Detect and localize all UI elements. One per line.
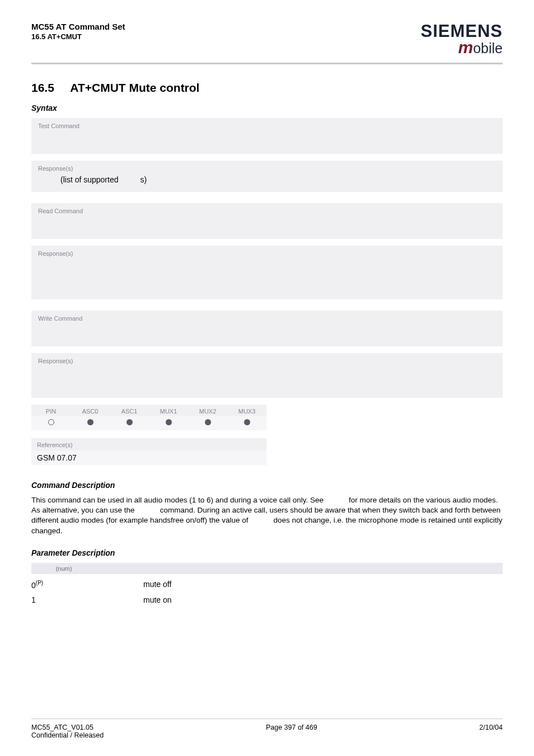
test-response-text1: (list of supported — [60, 175, 120, 184]
pin-val-asc1 — [110, 416, 149, 430]
param-type-box: (num) — [31, 563, 503, 574]
footer-page-number: Page 397 of 469 — [266, 724, 317, 739]
doc-subtitle: 16.5 AT+CMUT — [31, 32, 125, 42]
pin-val-mux2 — [188, 416, 227, 430]
write-response-label: Response(s) — [38, 358, 496, 364]
mobile-logo-m: m — [458, 38, 473, 57]
test-response-text2: s) — [140, 175, 147, 184]
test-command-block: Test Command — [31, 118, 503, 154]
read-command-label: Read Command — [38, 208, 496, 214]
footer-confidential: Confidential / Released — [31, 731, 104, 739]
test-response-body: (list of supported s) — [38, 175, 496, 184]
read-command-block: Read Command — [31, 203, 503, 239]
footer-date: 2/10/04 — [479, 724, 503, 739]
mobile-logo-rest: obile — [473, 40, 503, 56]
pin-col-mux2: MUX2 — [188, 405, 227, 416]
pin-header-row: PIN ASC0 ASC1 MUX1 MUX2 MUX3 — [31, 405, 266, 416]
page-header: MC55 AT Command Set 16.5 AT+CMUT SIEMENS… — [31, 21, 503, 57]
filled-circle-icon — [205, 419, 211, 425]
write-command-block: Write Command — [31, 311, 503, 346]
pin-val-asc0 — [71, 416, 110, 430]
param-val-0: mute off — [143, 580, 171, 590]
test-command-label: Test Command — [38, 123, 496, 129]
header-rule — [31, 63, 503, 64]
read-response-block: Response(s) — [31, 246, 503, 299]
section-title-text: AT+CMUT Mute control — [70, 81, 199, 94]
section-number: 16.5 — [31, 81, 54, 94]
param-key-0: 0(P) — [31, 580, 143, 590]
footer-left: MC55_ATC_V01.05 Confidential / Released — [31, 724, 104, 739]
reference-box: Reference(s) GSM 07.07 — [31, 438, 266, 465]
param-num: (num) — [56, 565, 72, 572]
pin-val-mux3 — [227, 416, 266, 430]
write-command-label: Write Command — [38, 315, 496, 322]
write-response-block: Response(s) — [31, 353, 503, 398]
filled-circle-icon — [127, 419, 133, 425]
param-key-0-val: 0 — [31, 581, 36, 590]
footer-doc-id: MC55_ATC_V01.05 — [31, 724, 104, 731]
pin-col-mux3: MUX3 — [227, 405, 266, 416]
pin-col-mux1: MUX1 — [149, 405, 188, 416]
pin-val-pin — [31, 416, 71, 430]
param-key-0-sup: (P) — [36, 580, 43, 586]
pin-val-mux1 — [149, 416, 188, 430]
page-footer: MC55_ATC_V01.05 Confidential / Released … — [31, 719, 503, 739]
parameter-description-heading: Parameter Description — [31, 548, 503, 557]
param-val-1: mute on — [143, 595, 172, 604]
cmd-desc-a: This command can be used in all audio mo… — [31, 496, 326, 504]
filled-circle-icon — [166, 419, 172, 425]
test-response-block: Response(s) (list of supported s) — [31, 161, 503, 192]
syntax-heading: Syntax — [31, 104, 503, 112]
reference-value: GSM 07.07 — [31, 450, 266, 465]
pin-col-asc0: ASC0 — [71, 405, 110, 416]
pin-col-pin: PIN — [31, 405, 71, 416]
pin-col-asc1: ASC1 — [110, 405, 149, 416]
pin-data-row — [31, 416, 266, 430]
doc-title: MC55 AT Command Set — [31, 21, 125, 32]
param-row-0: 0(P) mute off — [31, 580, 503, 590]
command-description-text: This command can be used in all audio mo… — [31, 495, 503, 536]
param-row-1: 1 mute on — [31, 595, 503, 604]
header-left: MC55 AT Command Set 16.5 AT+CMUT — [31, 21, 125, 41]
command-description-heading: Command Description — [31, 481, 503, 490]
filled-circle-icon — [87, 419, 93, 425]
brand-logo: SIEMENS mobile — [420, 21, 503, 57]
param-key-1: 1 — [31, 595, 143, 604]
section-heading: 16.5 AT+CMUT Mute control — [31, 81, 503, 95]
test-response-label: Response(s) — [38, 165, 496, 172]
open-circle-icon — [48, 419, 54, 425]
reference-label: Reference(s) — [37, 442, 261, 448]
read-response-label: Response(s) — [38, 250, 496, 257]
filled-circle-icon — [244, 419, 250, 425]
